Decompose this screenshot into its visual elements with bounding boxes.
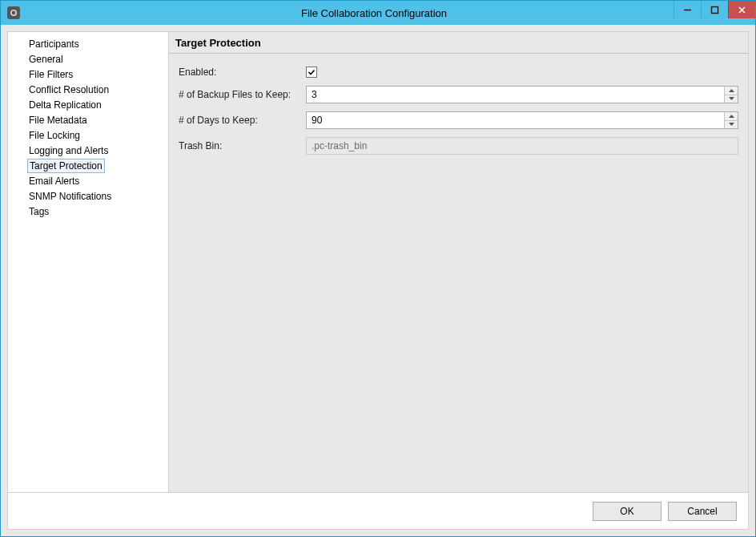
days-spinner xyxy=(306,111,738,129)
enabled-checkbox[interactable] xyxy=(306,67,317,78)
days-input[interactable] xyxy=(307,112,724,128)
body: Participants General File Filters Confli… xyxy=(8,32,748,492)
sidebar-item-general[interactable]: General xyxy=(27,52,65,67)
sidebar-item-file-locking[interactable]: File Locking xyxy=(27,128,82,143)
enabled-label: Enabled: xyxy=(179,67,216,78)
sidebar-item-file-metadata[interactable]: File Metadata xyxy=(27,113,89,127)
chevron-down-icon xyxy=(729,97,734,100)
chevron-up-icon xyxy=(729,89,734,92)
backup-label: # of Backup Files to Keep: xyxy=(179,89,291,100)
form: Enabled: # of Backup Files to Keep: xyxy=(169,54,748,163)
content-frame: Participants General File Filters Confli… xyxy=(7,31,749,530)
ok-button[interactable]: OK xyxy=(593,502,662,521)
backup-spin-buttons xyxy=(724,87,738,103)
enabled-cell xyxy=(306,67,738,78)
svg-marker-8 xyxy=(729,123,734,126)
cancel-button[interactable]: Cancel xyxy=(668,502,737,521)
sidebar-item-snmp-notifications[interactable]: SNMP Notifications xyxy=(27,189,113,204)
chevron-up-icon xyxy=(729,115,734,118)
maximize-button[interactable] xyxy=(701,1,728,18)
svg-marker-5 xyxy=(729,89,734,92)
sidebar-item-participants[interactable]: Participants xyxy=(27,37,81,51)
sidebar-item-logging-and-alerts[interactable]: Logging and Alerts xyxy=(27,143,110,158)
footer: OK Cancel xyxy=(8,492,748,529)
check-icon xyxy=(308,68,316,76)
backup-input[interactable] xyxy=(307,87,724,103)
app-icon xyxy=(7,6,20,19)
svg-rect-2 xyxy=(712,6,718,13)
backup-spinner xyxy=(306,86,738,103)
sidebar-item-tags[interactable]: Tags xyxy=(27,204,50,219)
config-window: File Collaboration Configuration Partici… xyxy=(0,0,756,537)
minimize-button[interactable] xyxy=(674,1,701,18)
svg-marker-6 xyxy=(729,97,734,100)
panel-title: Target Protection xyxy=(169,32,748,54)
svg-point-0 xyxy=(11,10,16,15)
main-panel: Target Protection Enabled: # of Backup F… xyxy=(168,32,748,492)
backup-spin-up[interactable] xyxy=(725,87,738,95)
close-button[interactable] xyxy=(728,1,755,18)
svg-marker-7 xyxy=(729,115,734,118)
sidebar-item-email-alerts[interactable]: Email Alerts xyxy=(27,174,81,188)
titlebar: File Collaboration Configuration xyxy=(1,1,755,25)
window-controls xyxy=(674,1,755,18)
window-title: File Collaboration Configuration xyxy=(25,7,755,19)
trash-label: Trash Bin: xyxy=(179,140,222,151)
trash-field: .pc-trash_bin xyxy=(306,137,738,155)
days-spin-up[interactable] xyxy=(725,112,738,121)
sidebar-item-delta-replication[interactable]: Delta Replication xyxy=(27,98,103,112)
sidebar-item-conflict-resolution[interactable]: Conflict Resolution xyxy=(27,83,111,97)
days-label: # of Days to Keep: xyxy=(179,115,258,126)
backup-spin-down[interactable] xyxy=(725,95,738,103)
chevron-down-icon xyxy=(729,123,734,126)
days-spin-down[interactable] xyxy=(725,121,738,129)
days-spin-buttons xyxy=(724,112,738,128)
sidebar: Participants General File Filters Confli… xyxy=(8,32,168,492)
sidebar-item-target-protection[interactable]: Target Protection xyxy=(27,159,105,173)
sidebar-item-file-filters[interactable]: File Filters xyxy=(27,67,74,82)
